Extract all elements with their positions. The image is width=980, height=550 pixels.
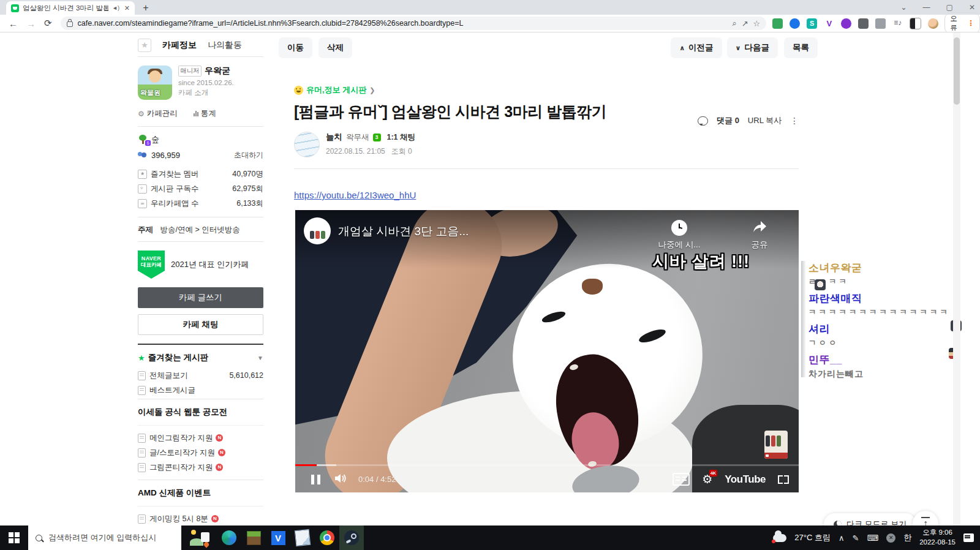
youtube-logo[interactable]: YouTube bbox=[725, 473, 766, 486]
next-post-button[interactable]: ∨다음글 bbox=[727, 37, 778, 58]
video-title[interactable]: 개엄살 시바견 3단 고음... bbox=[338, 224, 469, 239]
watch-later-button[interactable]: 나중에 시... bbox=[633, 220, 725, 251]
sidebar-item[interactable]: 게이밍킹 5시 8분 N bbox=[138, 511, 263, 526]
bookmark-star-icon[interactable]: ☆ bbox=[753, 19, 761, 28]
ime-indicator[interactable]: 한 bbox=[903, 532, 911, 543]
youtube-link[interactable]: https://youtu.be/12I3weo_hhU bbox=[294, 190, 416, 200]
forward-button[interactable]: → bbox=[26, 18, 36, 29]
new-tab-button[interactable]: + bbox=[140, 2, 152, 14]
settings-gear-icon[interactable]: ⚙4K bbox=[702, 472, 712, 486]
keyboard-icon[interactable]: ⌨ bbox=[867, 533, 878, 543]
board-name[interactable]: 유머,정보 게시판 bbox=[306, 85, 366, 96]
author-row: 늘치 왁무새 3 1:1 채팅 2022.08.15. 21:05 조회 0 bbox=[294, 132, 799, 157]
chevron-down-icon[interactable]: ▼ bbox=[257, 355, 263, 361]
move-button[interactable]: 이동 bbox=[279, 37, 312, 58]
tray-clock[interactable]: 오후 9:06 2022-08-15 bbox=[919, 528, 956, 547]
extension-green-icon[interactable] bbox=[772, 18, 783, 29]
scrollbar-track[interactable] bbox=[953, 32, 960, 526]
browser-tab[interactable]: 엄살왕인 시바견 3마리 발톱 ◄) ✕ bbox=[6, 1, 135, 15]
one-to-one-chat-button[interactable]: 1:1 채팅 bbox=[387, 132, 416, 143]
menu-kebab-icon[interactable]: ⋮ bbox=[967, 19, 974, 28]
post-menu-kebab-icon[interactable]: ⋮ bbox=[790, 116, 799, 126]
manager-name[interactable]: 우왁굳 bbox=[205, 66, 230, 77]
taskbar-notepad-icon[interactable] bbox=[290, 526, 315, 550]
captions-icon[interactable] bbox=[673, 473, 690, 486]
address-bar[interactable]: cafe.naver.com/steamindiegame?iframe_url… bbox=[61, 17, 767, 30]
weather-cloud-icon[interactable] bbox=[773, 534, 786, 542]
tab-close-icon[interactable]: ✕ bbox=[124, 4, 130, 12]
start-button[interactable] bbox=[0, 526, 28, 550]
extension-v-icon[interactable]: V bbox=[824, 18, 834, 29]
green-star-icon: ★ bbox=[138, 353, 145, 363]
author-name[interactable]: 늘치 bbox=[326, 132, 342, 143]
youtube-player[interactable]: 개엄살 시바견 3단 고음... 나중에 시... 공유 시바 살려 !!! 0… bbox=[295, 210, 799, 492]
share-page-icon[interactable]: ↗ bbox=[742, 19, 748, 28]
extension-gray-icon[interactable] bbox=[858, 18, 869, 29]
extensions-puzzle-icon[interactable] bbox=[875, 18, 886, 29]
sidebar-item[interactable]: 글/스토리작가 지원 N bbox=[138, 445, 263, 460]
tab-cafe-info[interactable]: 카페정보 bbox=[162, 40, 197, 51]
taskbar-steam-icon[interactable] bbox=[339, 526, 364, 550]
browser-error-chip[interactable]: 오류 ⋮ bbox=[944, 12, 980, 34]
favorite-boards-header[interactable]: ★ 즐겨찾는 게시판 ▼ bbox=[138, 344, 263, 363]
taskbar-v-app-icon[interactable]: V bbox=[266, 526, 290, 550]
extension-blue-icon[interactable] bbox=[790, 18, 800, 29]
author-avatar[interactable] bbox=[294, 132, 320, 157]
sidebar-item[interactable]: 그림콘티작가 지원 N bbox=[138, 460, 263, 475]
topic-value[interactable]: 방송/연예 > 인터넷방송 bbox=[160, 225, 239, 234]
back-button[interactable]: ← bbox=[9, 18, 18, 29]
grade-label: 숲 bbox=[151, 134, 159, 145]
minimize-button[interactable]: — bbox=[923, 3, 930, 12]
extension-purple-icon[interactable] bbox=[841, 18, 851, 29]
sidebar-item-best-posts[interactable]: 베스트게시글 bbox=[138, 383, 263, 397]
taskbar-minecraft-icon[interactable] bbox=[241, 526, 266, 550]
comment-count[interactable]: 댓글 0 bbox=[717, 115, 739, 126]
close-window-button[interactable]: ✕ bbox=[969, 3, 975, 12]
invite-link[interactable]: 초대하기 bbox=[234, 150, 263, 160]
share-arrow-icon bbox=[752, 220, 767, 233]
cafe-chat-button[interactable]: 카페 채팅 bbox=[138, 314, 263, 335]
url-text[interactable]: cafe.naver.com/steamindiegame?iframe_url… bbox=[78, 19, 728, 28]
delete-button[interactable]: 삭제 bbox=[318, 37, 352, 58]
notification-center-icon[interactable] bbox=[963, 533, 974, 542]
cafe-intro-link[interactable]: 카페 소개 bbox=[178, 88, 234, 97]
profile-avatar[interactable] bbox=[928, 18, 938, 29]
maximize-button[interactable]: ▢ bbox=[946, 3, 953, 12]
playlist-icon[interactable]: ≡♪ bbox=[892, 18, 903, 29]
breadcrumb[interactable]: 유머,정보 게시판 ❯ bbox=[294, 85, 799, 96]
url-copy-button[interactable]: URL 복사 bbox=[748, 115, 782, 126]
naver-badge-icon: NAVER 대표카페 bbox=[138, 251, 165, 279]
cafe-manage-link[interactable]: ⚙카페관리 bbox=[138, 108, 178, 119]
hidden-icons-chevron[interactable]: ∧ bbox=[839, 533, 845, 543]
channel-watermark[interactable] bbox=[764, 431, 788, 459]
tray-weather-text[interactable]: 27°C 흐림 bbox=[794, 532, 831, 543]
pen-icon[interactable]: ✎ bbox=[853, 533, 859, 543]
reload-button[interactable]: ⟳ bbox=[44, 18, 52, 29]
pause-button[interactable] bbox=[311, 475, 320, 484]
tab-my-activity[interactable]: 나의활동 bbox=[208, 40, 242, 51]
favorite-star-icon[interactable]: ★ bbox=[138, 39, 151, 52]
cafe-profile-image[interactable]: 왁물원 bbox=[138, 66, 172, 100]
tab-audio-icon[interactable]: ◄) bbox=[112, 5, 119, 11]
scrollbar-thumb[interactable] bbox=[954, 37, 960, 105]
volume-button[interactable] bbox=[335, 473, 347, 486]
cafe-stats-link[interactable]: 통계 bbox=[194, 108, 216, 119]
taskbar-edge-icon[interactable] bbox=[217, 526, 241, 550]
tab-search-icon[interactable]: ⌄ bbox=[901, 3, 907, 12]
tray-x-icon[interactable]: ✕ bbox=[886, 533, 895, 543]
bar-chart-icon bbox=[194, 111, 198, 116]
prev-post-button[interactable]: ∧이전글 bbox=[671, 37, 722, 58]
zoom-page-icon[interactable]: ⌕ bbox=[732, 18, 736, 28]
list-button[interactable]: 목록 bbox=[784, 37, 818, 58]
taskbar-chrome-icon[interactable] bbox=[315, 526, 339, 550]
taskbar-search[interactable]: 검색하려면 여기에 입력하십시 bbox=[28, 526, 181, 550]
dark-reader-icon[interactable] bbox=[910, 18, 921, 29]
fullscreen-icon[interactable] bbox=[778, 475, 789, 484]
cafe-write-button[interactable]: 카페 글쓰기 bbox=[138, 287, 263, 308]
extension-s-icon[interactable]: S bbox=[807, 18, 817, 29]
sidebar-item-all-posts[interactable]: 전체글보기 5,610,612 bbox=[138, 368, 263, 383]
share-button[interactable]: 공유 bbox=[741, 220, 778, 251]
sidebar-item[interactable]: 메인그림작가 지원 N bbox=[138, 431, 263, 445]
channel-avatar[interactable] bbox=[304, 217, 331, 244]
weather-widget-icon[interactable] bbox=[190, 529, 211, 547]
